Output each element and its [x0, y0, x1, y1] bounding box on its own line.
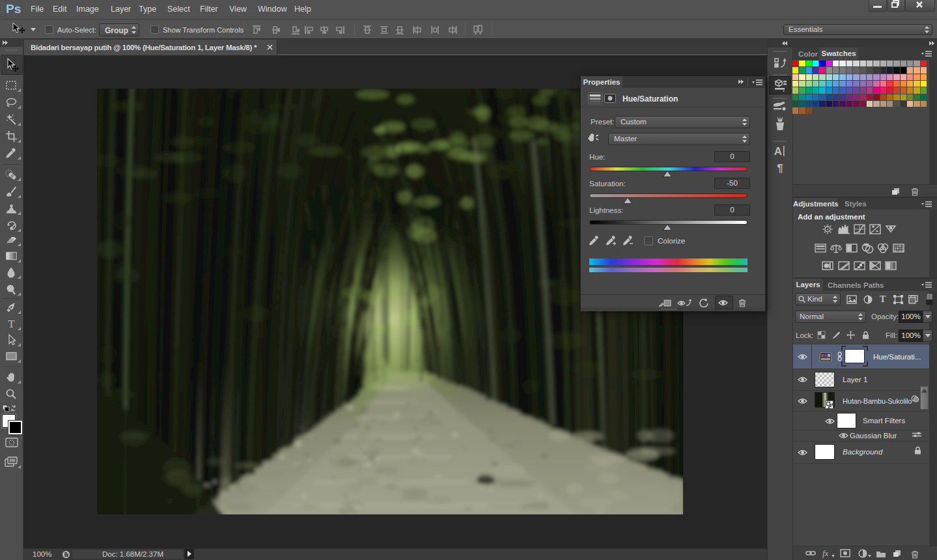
svg-text:T: T	[8, 318, 15, 329]
svg-text:¶: ¶	[777, 162, 783, 175]
svg-text:A: A	[774, 145, 782, 158]
